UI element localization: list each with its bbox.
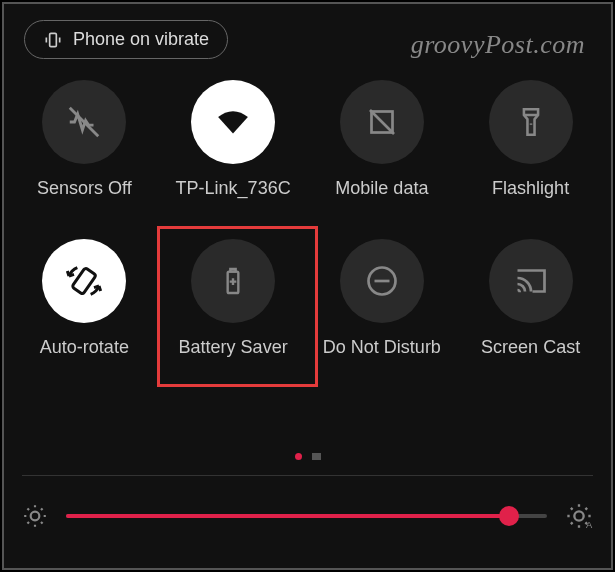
quick-settings-grid: Sensors Off TP-Link_736C — [4, 80, 611, 358]
brightness-row: A — [22, 502, 593, 530]
watermark-text: groovyPost.com — [411, 30, 585, 60]
tile-sensors-off-button[interactable] — [42, 80, 126, 164]
svg-rect-0 — [50, 33, 57, 46]
tile-flashlight-button[interactable] — [489, 80, 573, 164]
tile-mobile-data-button[interactable] — [340, 80, 424, 164]
sensors-off-icon — [65, 103, 103, 141]
tile-sensors-off: Sensors Off — [10, 80, 159, 199]
brightness-low-icon — [22, 503, 48, 529]
vibrate-icon — [43, 30, 63, 50]
tile-label: Screen Cast — [481, 337, 580, 358]
tile-label: Battery Saver — [179, 337, 288, 358]
divider — [22, 475, 593, 476]
flashlight-icon — [514, 105, 548, 139]
do-not-disturb-icon — [364, 263, 400, 299]
svg-text:A: A — [586, 520, 593, 530]
tile-auto-rotate: Auto-rotate — [10, 239, 159, 358]
tile-label: Mobile data — [335, 178, 428, 199]
phone-vibrate-chip[interactable]: Phone on vibrate — [24, 20, 228, 59]
auto-rotate-icon — [64, 261, 104, 301]
tile-battery-saver-button[interactable] — [191, 239, 275, 323]
battery-saver-icon — [217, 265, 249, 297]
vibrate-label: Phone on vibrate — [73, 29, 209, 50]
page-dot-2[interactable] — [312, 453, 321, 460]
tile-do-not-disturb: Do Not Disturb — [308, 239, 457, 358]
tile-wifi-button[interactable] — [191, 80, 275, 164]
tile-label: TP-Link_736C — [176, 178, 291, 199]
page-indicator — [4, 453, 611, 460]
tile-flashlight: Flashlight — [456, 80, 605, 199]
page-dot-1[interactable] — [295, 453, 302, 460]
screen-cast-icon — [513, 263, 549, 299]
tile-label: Auto-rotate — [40, 337, 129, 358]
tile-auto-rotate-button[interactable] — [42, 239, 126, 323]
tile-screen-cast-button[interactable] — [489, 239, 573, 323]
tile-do-not-disturb-button[interactable] — [340, 239, 424, 323]
svg-rect-2 — [72, 268, 96, 295]
tile-label: Flashlight — [492, 178, 569, 199]
svg-point-6 — [574, 511, 583, 520]
tile-label: Do Not Disturb — [323, 337, 441, 358]
brightness-auto-icon[interactable]: A — [565, 502, 593, 530]
tile-battery-saver: Battery Saver — [159, 239, 308, 358]
brightness-slider[interactable] — [66, 514, 547, 518]
svg-point-5 — [31, 512, 40, 521]
tile-wifi: TP-Link_736C — [159, 80, 308, 199]
tile-label: Sensors Off — [37, 178, 132, 199]
wifi-icon — [212, 101, 254, 143]
brightness-thumb[interactable] — [499, 506, 519, 526]
tile-screen-cast: Screen Cast — [456, 239, 605, 358]
tile-mobile-data: Mobile data — [308, 80, 457, 199]
mobile-data-off-icon — [364, 104, 400, 140]
brightness-fill — [66, 514, 509, 518]
